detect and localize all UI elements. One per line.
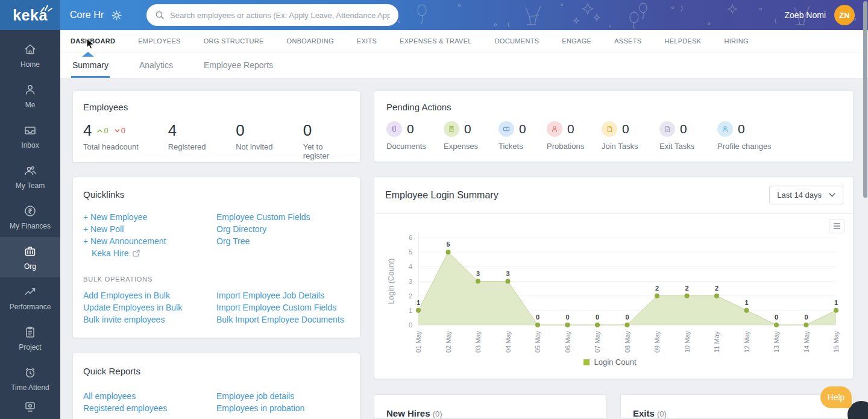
link-bulk-import-documents[interactable]: Bulk Import Employee Documents: [216, 313, 350, 326]
person-icon: [547, 121, 562, 137]
link-employees-in-probation[interactable]: Employees in probation: [216, 402, 350, 414]
legend-swatch: [583, 359, 590, 365]
home-icon: [23, 42, 37, 57]
pending-probations[interactable]: 0 Probations: [547, 121, 602, 151]
link-registered-employees[interactable]: Registered employees: [83, 402, 216, 414]
nav-item-hiring[interactable]: HIRING: [725, 37, 749, 45]
caret-down-icon: [115, 129, 120, 133]
pending-exit-tasks[interactable]: 0 Exit Tasks: [659, 121, 717, 151]
search-bar[interactable]: [146, 4, 398, 26]
stat-value: 4: [83, 122, 92, 138]
sidebar-item-inbox[interactable]: Inbox: [0, 116, 60, 156]
page-scrollbar[interactable]: [863, 1, 867, 198]
sidebar-item-performance[interactable]: Performance: [0, 277, 60, 318]
sidebar-item-my-team[interactable]: My Team: [0, 156, 60, 197]
ticket-icon: [498, 121, 514, 137]
svg-text:0: 0: [565, 313, 569, 321]
link-keka-hire[interactable]: Keka Hire: [83, 247, 216, 259]
tab-employee-reports[interactable]: Employee Reports: [203, 52, 274, 78]
team-icon: [23, 163, 37, 178]
svg-text:1: 1: [417, 299, 420, 306]
sidebar-item-label: Home: [20, 60, 40, 69]
inbox-tray-icon: [23, 123, 37, 137]
help-button[interactable]: Help: [820, 386, 852, 408]
nav-item-exits[interactable]: EXITS: [357, 37, 377, 45]
nav-item-org-structure[interactable]: ORG STRUCTURE: [204, 37, 264, 45]
briefcase-icon: [23, 244, 37, 259]
svg-text:Login (Count): Login (Count): [387, 259, 395, 304]
sidebar-item-time-attend[interactable]: Time Attend: [0, 358, 60, 399]
nav-item-helpdesk[interactable]: HELPDESK: [664, 37, 701, 45]
login-chart: 0123456101 May502 May303 May304 May005 M…: [385, 219, 843, 356]
link-bulk-invite-employees[interactable]: Bulk invite employees: [83, 313, 216, 326]
nav-item-documents[interactable]: DOCUMENTS: [495, 37, 539, 45]
pending-documents[interactable]: 0 Documents: [386, 121, 444, 151]
sidebar-item-partial[interactable]: [0, 399, 60, 415]
svg-text:02 May: 02 May: [445, 330, 452, 353]
search-icon: [155, 10, 165, 20]
card-title: Quicklinks: [83, 189, 350, 200]
nav-item-employees[interactable]: EMPLOYEES: [138, 37, 181, 45]
svg-text:0: 0: [596, 313, 599, 321]
active-tab-pointer: [82, 52, 94, 57]
nav-item-dashboard[interactable]: DASHBOARD: [71, 37, 115, 45]
sidebar-item-org[interactable]: Org: [0, 237, 60, 277]
link-org-tree[interactable]: Org Tree: [216, 235, 350, 247]
link-new-announcement[interactable]: + New Announcement: [83, 235, 216, 247]
svg-text:0: 0: [804, 313, 808, 321]
link-add-employees-bulk[interactable]: Add Employees in Bulk: [83, 289, 216, 301]
link-new-employee[interactable]: + New Employee: [83, 211, 216, 223]
keka-logo[interactable]: keka: [0, 0, 60, 30]
link-employee-job-details[interactable]: Employee job details: [216, 390, 350, 402]
link-new-poll[interactable]: + New Poll: [83, 223, 216, 235]
svg-text:1: 1: [744, 299, 748, 306]
pending-profile-changes[interactable]: 0 Profile changes: [717, 121, 772, 151]
card-title: Employee Login Summary: [385, 190, 498, 201]
svg-text:2: 2: [409, 292, 412, 300]
exits-card: Exits (0): [620, 394, 854, 419]
nav-item-onboarding[interactable]: ONBOARDING: [287, 37, 334, 45]
sidebar-item-me[interactable]: Me: [0, 75, 60, 116]
bulk-operations-heading: BULK OPERATIONS: [83, 276, 350, 283]
svg-text:0: 0: [625, 313, 629, 321]
svg-text:01 May: 01 May: [415, 330, 422, 353]
delta-down: 0: [115, 126, 125, 135]
svg-text:3: 3: [409, 278, 412, 285]
delta-up: 0: [97, 126, 108, 135]
pending-join-tasks[interactable]: 0 Join Tasks: [602, 121, 659, 151]
avatar[interactable]: ZN: [834, 5, 855, 25]
user-menu[interactable]: Zoeb Nomi ZN: [785, 5, 855, 25]
link-import-job-details[interactable]: Import Employee Job Details: [216, 289, 350, 301]
sidebar: Home Me Inbox My Team My Finances Org Pe…: [0, 30, 60, 419]
employee-login-summary-card: Employee Login Summary Last 14 days 0123…: [374, 176, 854, 379]
search-input[interactable]: [170, 11, 390, 20]
stat-yet-to-register: 0 Yet to register: [303, 122, 350, 160]
sidebar-item-project[interactable]: Project: [0, 318, 60, 358]
receipt-icon: [444, 121, 459, 137]
chart-menu-button[interactable]: [829, 219, 844, 233]
link-org-directory[interactable]: Org Directory: [216, 223, 350, 235]
gear-icon[interactable]: [111, 10, 122, 21]
sidebar-item-home[interactable]: Home: [0, 35, 60, 75]
date-range-select[interactable]: Last 14 days: [769, 186, 843, 204]
quick-reports-card: Quick Reports All employees Registered e…: [72, 353, 360, 419]
svg-text:11 May: 11 May: [713, 331, 720, 353]
svg-text:3: 3: [476, 270, 480, 277]
rupee-circle-icon: [23, 204, 37, 218]
link-import-custom-fields[interactable]: Import Employee Custom Fields: [216, 301, 350, 313]
pending-tickets[interactable]: 0 Tickets: [498, 121, 547, 151]
document-icon: [602, 121, 617, 137]
sidebar-item-label: Org: [24, 262, 36, 271]
link-employee-custom-fields[interactable]: Employee Custom Fields: [216, 211, 350, 223]
nav-item-assets[interactable]: ASSETS: [614, 37, 641, 45]
link-update-employees-bulk[interactable]: Update Employees in Bulk: [83, 301, 216, 313]
sidebar-item-my-finances[interactable]: My Finances: [0, 197, 60, 237]
nav-item-engage[interactable]: ENGAGE: [562, 37, 591, 45]
nav-item-expenses-travel[interactable]: EXPENSES & TRAVEL: [400, 37, 472, 45]
stat-registered: 4 Registered: [168, 122, 236, 160]
svg-text:5: 5: [446, 241, 450, 248]
pending-expenses[interactable]: 0 Expenses: [444, 121, 498, 151]
svg-text:4: 4: [409, 263, 412, 270]
link-all-employees[interactable]: All employees: [83, 390, 216, 402]
tab-analytics[interactable]: Analytics: [138, 52, 174, 78]
